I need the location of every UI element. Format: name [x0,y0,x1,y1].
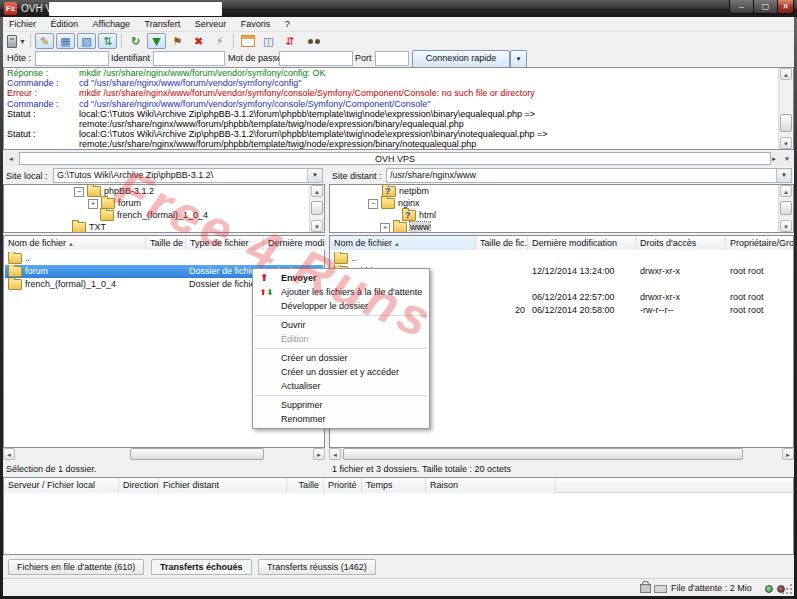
tab-queued-files[interactable]: Fichiers en file d'attente (610) [8,559,144,575]
tree-item[interactable]: +www [330,221,793,233]
resize-grip[interactable] [783,585,792,594]
tab-failed-transfers[interactable]: Transferts échoués [151,559,252,575]
menu-item-creer-dossier[interactable]: Créer un dossier [253,351,429,365]
refresh-icon[interactable]: ↻ [126,33,145,49]
scroll-thumb[interactable] [343,448,743,460]
process-queue-icon[interactable]: ▼ [147,33,166,49]
synchronized-browsing-icon[interactable]: ⇵ [280,33,299,49]
scroll-left-icon[interactable]: ◄ [3,448,15,460]
reconnect-icon[interactable]: ⚡ [210,33,229,49]
menu-favoris[interactable]: Favoris [235,17,277,29]
column-header-size[interactable]: Taille de f... [146,236,186,251]
chevron-down-icon[interactable]: ▼ [307,169,322,182]
column-header-direction[interactable]: Direction [119,478,159,493]
tab-scroll-left-icon[interactable]: ◄ [5,153,17,165]
column-header-modified[interactable]: Dernière modification [528,236,636,251]
scroll-thumb[interactable] [311,201,323,215]
menu-item-renommer[interactable]: Renommer [253,412,429,426]
local-hscrollbar[interactable]: ◄ ► [3,448,325,460]
collapse-icon[interactable]: − [368,199,378,209]
scroll-down-icon[interactable]: ▼ [780,220,792,232]
column-header-reason[interactable]: Raison [426,478,556,493]
menu-edition[interactable]: Édition [45,17,85,29]
menu-item-supprimer[interactable]: Supprimer [253,398,429,412]
menu-item-actualiser[interactable]: Actualiser [253,379,429,393]
column-header-size[interactable]: Taille de fic... [476,236,528,251]
tab-list-dropdown-icon[interactable]: ▼ [781,153,793,165]
menu-fichier[interactable]: Fichier [3,17,42,29]
remote-tree-scrollbar[interactable]: ▲ ▼ [778,185,793,232]
menu-help[interactable]: ? [279,17,296,29]
scroll-up-icon[interactable]: ▲ [780,68,792,80]
tree-item[interactable]: french_(formal)_1_0_4 [4,209,324,221]
quickconnect-button[interactable]: Connexion rapide [412,50,510,68]
maximize-button[interactable]: ▢ [753,0,778,14]
expand-icon[interactable]: + [380,223,390,233]
minimize-button[interactable]: – [729,0,754,14]
tree-item[interactable]: −phpBB-3.1.2 [4,185,324,197]
toggle-remote-tree-icon[interactable]: ▧ [77,33,96,49]
scroll-thumb[interactable] [780,114,792,132]
close-button[interactable]: ✕ [777,0,794,14]
menu-affichage[interactable]: Affichage [87,17,136,29]
log-scrollbar[interactable]: ▲ ▼ [778,68,793,149]
column-header-local-file[interactable]: Serveur / Fichier local [4,478,119,493]
menu-item-ajouter-file-attente[interactable]: ⬆⬇Ajouter les fichiers à la file d'atten… [253,285,429,299]
disconnect-icon[interactable]: ✖ [189,33,208,49]
column-header-name[interactable]: Nom de fichier▲ [330,236,476,251]
menu-transfert[interactable]: Transfert [138,17,186,29]
tab-scroll-right-icon[interactable]: ► [768,153,780,165]
host-input[interactable] [35,51,109,66]
scroll-right-icon[interactable]: ► [313,448,325,460]
menu-item-ouvrir[interactable]: Ouvrir [253,318,429,332]
tree-item[interactable]: −nginx [330,197,793,209]
scroll-up-icon[interactable]: ▲ [780,185,792,197]
column-header-type[interactable]: Type de fichier [186,236,264,251]
scroll-down-icon[interactable]: ▼ [311,220,323,232]
filter-icon[interactable] [238,33,257,49]
menu-serveur[interactable]: Serveur [189,17,233,29]
scroll-thumb[interactable] [780,201,792,215]
toggle-local-tree-icon[interactable]: ▦ [56,33,75,49]
tab-successful-transfers[interactable]: Transferts réussis (1462) [258,559,376,575]
quickconnect-dropdown[interactable]: ▼ [510,50,527,68]
menu-item-creer-dossier-acceder[interactable]: Créer un dossier et y accéder [253,365,429,379]
local-path-combo[interactable]: G:\Tutos Wiki\Archive Zip\phpBB-3.1.2\ ▼ [53,168,323,183]
remote-hscrollbar[interactable]: ◄ ► [329,448,794,460]
column-header-priority[interactable]: Priorité [324,478,362,493]
column-header-owner[interactable]: Propriétaire/Grou [726,236,793,251]
scroll-left-icon[interactable]: ◄ [329,448,341,460]
file-row[interactable]: .. [5,252,323,265]
find-files-icon[interactable] [301,33,320,49]
scroll-right-icon[interactable]: ► [782,448,794,460]
column-header-permissions[interactable]: Droits d'accès [636,236,726,251]
file-row[interactable]: .. [331,252,792,265]
toggle-message-log-icon[interactable]: ✎ [35,33,54,49]
column-header-remote-file[interactable]: Fichier distant [159,478,287,493]
user-input[interactable] [153,51,225,66]
collapse-icon[interactable]: − [74,187,84,197]
scroll-up-icon[interactable]: ▲ [311,185,323,197]
column-header-name[interactable]: Nom de fichier▲ [4,236,146,251]
directory-comparison-icon[interactable]: ◫ [259,33,278,49]
site-manager-icon[interactable]: ▼ [7,33,26,49]
local-tree-scrollbar[interactable]: ▲ ▼ [309,185,324,232]
scroll-down-icon[interactable]: ▼ [780,137,792,149]
scroll-thumb[interactable] [130,448,264,460]
column-header-time[interactable]: Temps [362,478,426,493]
port-input[interactable] [375,51,409,66]
column-header-size[interactable]: Taille [287,478,324,493]
tree-item[interactable]: TXT [4,221,324,233]
cancel-icon[interactable]: ⚑ [168,33,187,49]
column-header-modified[interactable]: Dernière modifica [264,236,325,251]
tree-item[interactable]: +forum [4,197,324,209]
tree-item[interactable]: ?netpbm [330,185,793,197]
menu-item-developper-dossier[interactable]: Développer le dossier [253,299,429,313]
chevron-down-icon[interactable]: ▼ [776,169,791,182]
toggle-queue-icon[interactable]: ⇅ [98,33,117,49]
password-input[interactable] [279,51,353,66]
menu-item-envoyer[interactable]: ⬆Envoyer [253,271,429,285]
server-tab-ovh-vps[interactable]: OVH VPS [19,152,771,165]
remote-path-combo[interactable]: /usr/share/nginx/www ▼ [386,168,792,183]
expand-icon[interactable]: + [88,199,98,209]
